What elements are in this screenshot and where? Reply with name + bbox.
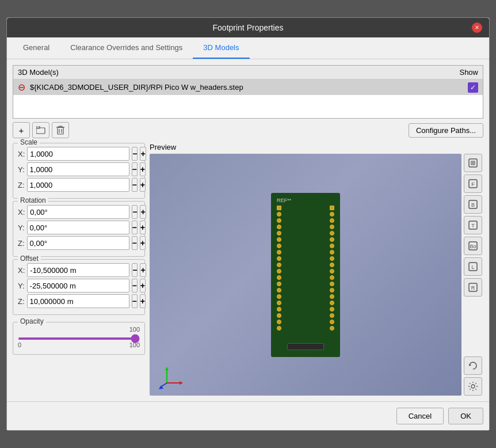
pin: [277, 275, 281, 280]
add-model-button[interactable]: +: [13, 122, 30, 138]
pin: [277, 244, 281, 248]
pin: [330, 288, 334, 293]
scale-x-decrement[interactable]: −: [132, 147, 138, 161]
scale-x-row: X: − +: [18, 147, 140, 161]
scale-x-increment[interactable]: +: [140, 147, 146, 161]
scale-y-increment[interactable]: +: [140, 162, 146, 176]
pin: [330, 269, 334, 274]
close-button[interactable]: ×: [472, 22, 482, 33]
offset-z-row: Z: − +: [18, 294, 140, 308]
scale-z-row: Z: − +: [18, 178, 140, 192]
offset-label: Offset: [18, 255, 41, 263]
opacity-min: 0: [18, 341, 21, 348]
pin: [277, 288, 281, 293]
offset-z-increment[interactable]: +: [140, 294, 146, 308]
preview-area: REF**: [150, 154, 483, 396]
pin: [277, 206, 281, 210]
scale-y-input[interactable]: [27, 162, 129, 176]
scale-x-input[interactable]: [27, 147, 129, 161]
left-pin-column: [277, 206, 281, 331]
offset-y-increment[interactable]: +: [140, 279, 146, 293]
delete-model-button[interactable]: [52, 122, 69, 138]
svg-rect-2: [58, 127, 63, 134]
view-right-button[interactable]: R: [464, 278, 482, 297]
scale-y-label: Y:: [18, 165, 25, 174]
models-empty-area: [13, 95, 483, 118]
configure-paths-button[interactable]: Configure Paths...: [409, 123, 483, 138]
rotation-y-input[interactable]: [27, 221, 129, 234]
rotation-z-input[interactable]: [27, 236, 129, 250]
model-path-text: ${KICAD6_3DMODEL_USER_DIR}/RPi Pico W w_…: [30, 83, 463, 92]
svg-text:T: T: [471, 223, 475, 229]
tab-general[interactable]: General: [13, 37, 60, 59]
scale-z-increment[interactable]: +: [140, 178, 146, 192]
offset-x-input[interactable]: [27, 263, 129, 277]
offset-z-decrement[interactable]: −: [132, 294, 138, 308]
rotation-y-decrement[interactable]: −: [132, 221, 138, 234]
cancel-button[interactable]: Cancel: [396, 408, 444, 424]
controls-panel: Scale X: − + Y: − + Z:: [13, 143, 145, 396]
scale-z-decrement[interactable]: −: [132, 178, 138, 192]
view-top-button[interactable]: T: [464, 216, 482, 234]
pin: [330, 250, 334, 255]
svg-point-28: [471, 385, 475, 388]
view-3d-button[interactable]: [464, 154, 482, 172]
rotation-z-label: Z:: [18, 239, 25, 248]
models-header: 3D Model(s) Show: [13, 66, 483, 79]
pin: [277, 231, 281, 236]
model-list-item[interactable]: ⊖ ${KICAD6_3DMODEL_USER_DIR}/RPi Pico W …: [13, 79, 483, 95]
view-front-button[interactable]: F: [464, 174, 482, 193]
settings-view-button[interactable]: [464, 377, 482, 396]
opacity-slider[interactable]: [18, 337, 140, 340]
svg-marker-10: [180, 381, 183, 385]
view-bottom-button[interactable]: Bo: [464, 237, 482, 255]
pin: [330, 256, 334, 261]
board-3d: REF**: [271, 193, 340, 357]
rotation-x-input[interactable]: [27, 205, 129, 219]
pin: [330, 231, 334, 236]
offset-x-decrement[interactable]: −: [132, 263, 138, 277]
rotation-z-decrement[interactable]: −: [132, 236, 138, 250]
titlebar: Footprint Properties ×: [7, 18, 489, 37]
pin: [277, 326, 281, 331]
rotation-x-decrement[interactable]: −: [132, 205, 138, 219]
scale-y-decrement[interactable]: −: [132, 162, 138, 176]
pin: [330, 326, 334, 331]
svg-text:Bo: Bo: [470, 244, 476, 249]
scale-y-row: Y: − +: [18, 162, 140, 176]
rotation-x-increment[interactable]: +: [140, 205, 146, 219]
pin: [277, 218, 281, 223]
pin: [330, 206, 334, 210]
offset-y-decrement[interactable]: −: [132, 279, 138, 293]
rotation-y-increment[interactable]: +: [140, 221, 146, 234]
view-back-button[interactable]: B: [464, 195, 482, 214]
scale-z-input[interactable]: [27, 178, 129, 192]
pin: [330, 282, 334, 286]
browse-model-button[interactable]: [32, 122, 49, 138]
rotation-y-row: Y: − +: [18, 221, 140, 234]
pin: [277, 320, 281, 324]
offset-z-input[interactable]: [27, 294, 129, 308]
models-header-model: 3D Model(s): [18, 68, 59, 77]
pin: [277, 212, 281, 217]
tab-content: 3D Model(s) Show ⊖ ${KICAD6_3DMODEL_USER…: [7, 59, 489, 401]
pin: [330, 307, 334, 312]
model-visible-checkbox[interactable]: ✓: [468, 82, 478, 93]
rotation-z-increment[interactable]: +: [140, 236, 146, 250]
pin: [277, 269, 281, 274]
ok-button[interactable]: OK: [448, 408, 483, 424]
preview-canvas[interactable]: REF**: [150, 154, 461, 396]
view-left-button[interactable]: L: [464, 257, 482, 276]
tab-clearance[interactable]: Clearance Overrides and Settings: [60, 37, 193, 59]
tab-3dmodels[interactable]: 3D Models: [193, 37, 249, 59]
offset-y-input[interactable]: [27, 279, 129, 293]
scale-label: Scale: [18, 138, 40, 146]
remove-model-icon[interactable]: ⊖: [18, 82, 25, 93]
offset-z-label: Z:: [18, 297, 25, 306]
pin: [277, 313, 281, 318]
pin: [330, 218, 334, 223]
pin: [277, 250, 281, 255]
pin: [330, 225, 334, 229]
refresh-view-button[interactable]: [464, 356, 482, 375]
offset-x-increment[interactable]: +: [140, 263, 146, 277]
